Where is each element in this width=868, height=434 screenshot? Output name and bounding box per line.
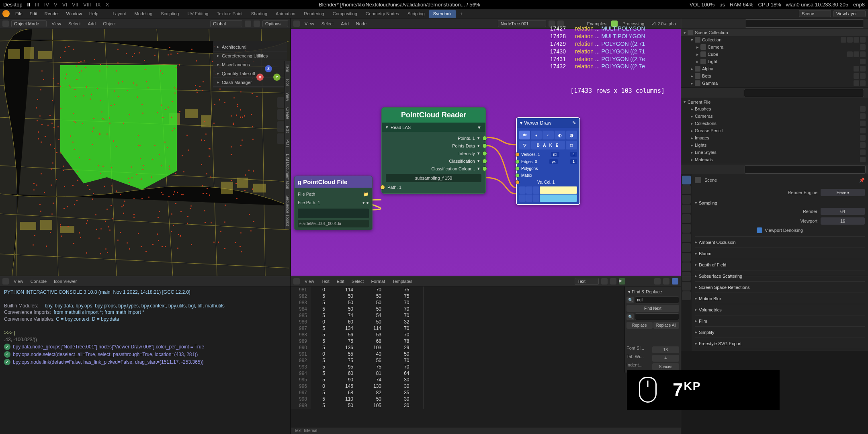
sampling-header[interactable]: Sampling [695, 199, 865, 207]
ptab-constraint[interactable] [682, 262, 691, 271]
outliner-item[interactable]: Cube [681, 51, 868, 58]
data-search[interactable] [744, 89, 864, 97]
gizmo-z[interactable]: Z [265, 65, 272, 72]
cb-d[interactable] [519, 194, 526, 202]
data-item[interactable]: Grease Pencil [681, 127, 868, 134]
outliner-search[interactable] [745, 19, 864, 28]
render-samples[interactable]: 64 [821, 208, 865, 215]
swatch-blue[interactable] [540, 194, 577, 202]
denoise-checkbox[interactable] [757, 227, 762, 233]
panel-georef[interactable]: Georeferencing Utilities [213, 51, 287, 60]
te-view3-icon[interactable] [672, 278, 678, 285]
vd-shade-1[interactable]: ● [531, 131, 542, 139]
findnext-button[interactable]: Find Next [626, 305, 679, 312]
props-search[interactable] [745, 165, 866, 174]
viewport-3d[interactable]: Object Mode View Select Add Object Globa… [0, 18, 291, 276]
tab-geonodes[interactable]: Geometry Nodes [362, 10, 403, 18]
vp-menu-view[interactable]: View [49, 20, 63, 27]
viewport-samples[interactable]: 16 [821, 217, 865, 225]
python-console[interactable]: View Console Icon Viewer PYTHON INTERACT… [0, 276, 291, 434]
te-menu-format[interactable]: Format [368, 278, 387, 285]
ptab-particle[interactable] [682, 243, 691, 252]
snap-icon[interactable] [245, 20, 251, 27]
te-menu-text[interactable]: Text [319, 278, 332, 285]
workspace-6[interactable]: VI [62, 2, 67, 8]
nav-gizmo[interactable]: X Y Z [256, 65, 280, 89]
ntab-edit[interactable]: Edit [284, 123, 291, 136]
vd-refresh[interactable]: ▽ [519, 141, 530, 149]
menu-help[interactable]: Help [86, 10, 102, 17]
menu-edit[interactable]: Edit [27, 10, 41, 17]
te-menu-view[interactable]: View [302, 278, 317, 285]
indent-dropdown[interactable]: Spaces [652, 363, 680, 370]
folder-icon[interactable]: 📁 [363, 192, 369, 197]
tab-sculpting[interactable]: Sculpting [157, 10, 183, 18]
scene-collection-row[interactable]: Scene Collection [681, 29, 868, 36]
te-menu-edit[interactable]: Edit [334, 278, 347, 285]
panel-architectural[interactable]: Architectural [213, 43, 287, 51]
workspace-8[interactable]: VIII [83, 2, 91, 8]
cb-f[interactable] [533, 194, 539, 202]
gizmo-x[interactable]: X [256, 74, 264, 81]
prop-section[interactable]: Depth of Field [695, 259, 865, 270]
menu-window[interactable]: Window [63, 10, 85, 17]
find-input[interactable] [635, 297, 679, 303]
ntab-tool[interactable]: Tool [284, 75, 291, 89]
workspace-3[interactable]: III [35, 2, 39, 8]
cb-c[interactable] [533, 186, 539, 194]
data-item[interactable]: Materials [681, 156, 868, 163]
vd-target[interactable]: □ [566, 141, 577, 149]
cb-b[interactable] [526, 186, 532, 194]
vp-menu-add[interactable]: Add [86, 20, 98, 27]
vd-eye-icon[interactable]: 👁 [519, 131, 530, 139]
workspace-9[interactable]: IX [96, 2, 100, 8]
vd-shade-4[interactable]: ◑ [566, 131, 577, 139]
vd-shade-3[interactable]: ◐ [555, 131, 565, 139]
workspace-10[interactable]: X [106, 2, 109, 8]
tab-texture[interactable]: Texture Paint [213, 10, 246, 18]
options-dropdown[interactable]: Options [262, 20, 288, 27]
console-icon[interactable] [2, 278, 9, 285]
ne-menu-node[interactable]: Node [354, 20, 369, 27]
fontsize-field[interactable]: 13 [652, 346, 680, 353]
findrepl-title[interactable]: ▾ Find & Replace [626, 288, 679, 296]
current-file-row[interactable]: Current File [681, 98, 868, 105]
console-prompt[interactable]: >>> | [4, 330, 287, 336]
ntab-item[interactable]: Item [284, 61, 291, 75]
menu-file[interactable]: File [12, 10, 26, 17]
ne-menu-select[interactable]: Select [319, 20, 336, 27]
viewer-draw-node[interactable]: Viewer Draw✎ 👁 ● ○ ◐ ◑ ▽ B A K E □ Verti… [516, 117, 580, 205]
ntab-pdt[interactable]: PDT [284, 136, 291, 151]
te-view1-icon[interactable] [654, 278, 661, 285]
ptab-scene[interactable] [682, 205, 691, 213]
data-item[interactable]: Images [681, 134, 868, 141]
orient-dropdown[interactable]: Global [210, 20, 242, 27]
ptab-view[interactable] [682, 195, 691, 204]
workspace-5[interactable]: V [54, 2, 57, 8]
outliner-item[interactable]: Collection [681, 36, 868, 43]
node-editor[interactable]: View Select Add Node NodeTree.001 Exampl… [291, 18, 681, 276]
workspace-2[interactable]: II [27, 2, 30, 8]
pointcloud-reader-node[interactable]: PointCloud Reader Read LAS▼ Points. 1▾ P… [381, 107, 486, 194]
menu-render[interactable]: Render [41, 10, 62, 17]
outliner-item[interactable]: Beta [681, 72, 868, 80]
subsampling-slider[interactable]: subsampling_f 150 [386, 174, 481, 182]
swatch-yellow[interactable] [540, 186, 577, 194]
tab-rendering[interactable]: Rendering [300, 10, 328, 18]
replace-button[interactable]: Replace [626, 322, 653, 329]
replace-input[interactable] [635, 313, 679, 320]
workspace-4[interactable]: IV [44, 2, 49, 8]
te-shield-icon[interactable] [601, 278, 608, 285]
outliner-item[interactable]: Alpha [681, 65, 868, 72]
nodetree-name[interactable]: NodeTree.001 [498, 20, 546, 27]
te-menu-select[interactable]: Select [349, 278, 366, 285]
data-item[interactable]: Lights [681, 141, 868, 149]
ntab-bim[interactable]: BIM Documentation [284, 151, 291, 192]
text-doc-name[interactable]: Text [575, 278, 599, 285]
ne-menu-add[interactable]: Add [338, 20, 351, 27]
tab-sverchok[interactable]: Sverchok [429, 10, 456, 18]
vp-menu-object[interactable]: Object [100, 20, 118, 27]
outliner-item[interactable]: Gamma [681, 80, 868, 87]
ntab-create[interactable]: Create [284, 104, 291, 123]
con-menu-console[interactable]: Console [28, 278, 49, 285]
